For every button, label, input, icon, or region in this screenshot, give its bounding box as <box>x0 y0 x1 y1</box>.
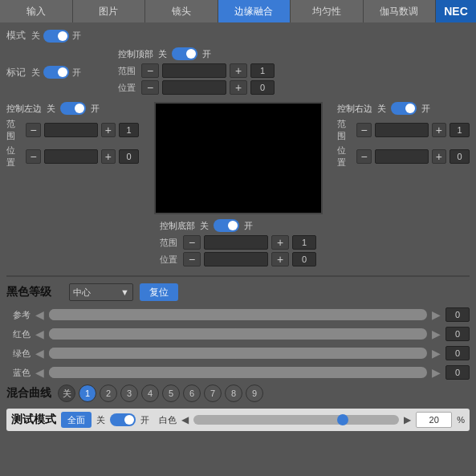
mark-off-label: 关 <box>31 67 40 79</box>
right-range-input[interactable] <box>375 123 429 137</box>
right-range-plus[interactable]: + <box>432 123 446 137</box>
left-pos-label: 位置 <box>6 144 22 169</box>
right-pos-input[interactable] <box>375 149 429 164</box>
slider-reference-right-arrow[interactable]: ▶ <box>432 308 441 321</box>
mode-off-label: 关 <box>31 30 40 42</box>
mode-toggle[interactable] <box>43 30 69 43</box>
right-pos-value: 0 <box>450 149 470 164</box>
left-pos-input[interactable] <box>44 149 98 164</box>
bottom-range-minus[interactable]: − <box>183 235 201 250</box>
bottom-pos-label: 位置 <box>160 254 180 266</box>
bottom-pos-minus[interactable]: − <box>183 252 201 266</box>
mix-btn-3[interactable]: 3 <box>120 384 138 402</box>
bottom-pos-plus[interactable]: + <box>271 252 289 266</box>
mix-btn-2[interactable]: 2 <box>100 384 117 402</box>
top-navigation: 输入 图片 镜头 边缘融合 均匀性 伽马数调 NEC <box>0 0 476 22</box>
slider-red-label: 红色 <box>6 328 31 340</box>
bottom-range-input[interactable] <box>204 235 268 250</box>
slider-red-track[interactable] <box>49 328 427 340</box>
mix-btn-6[interactable]: 6 <box>183 384 201 402</box>
dropdown-value: 中心 <box>73 287 91 299</box>
test-mode-slider[interactable] <box>193 415 399 425</box>
mix-btn-1[interactable]: 1 <box>79 384 96 402</box>
tab-gamma[interactable]: 伽马数调 <box>364 0 437 22</box>
bottom-range-label: 范围 <box>160 237 180 249</box>
slider-reference-track[interactable] <box>49 309 427 320</box>
test-full-button[interactable]: 全面 <box>61 412 92 428</box>
slider-green-track[interactable] <box>49 348 427 359</box>
control-left-toggle[interactable] <box>60 102 86 115</box>
mix-btn-4[interactable]: 4 <box>141 384 159 402</box>
mix-btn-5[interactable]: 5 <box>162 384 180 402</box>
test-color-label: 白色 <box>159 414 177 426</box>
slider-left-arrow-icon: ◀ <box>181 414 189 425</box>
left-range-label: 范围 <box>6 118 22 142</box>
mode-label: 模式 <box>6 29 26 43</box>
tab-edge-blend[interactable]: 边缘融合 <box>218 0 291 22</box>
bottom-pos-value: 0 <box>292 252 316 266</box>
slider-reference-value: 0 <box>445 307 470 322</box>
top-range-value: 1 <box>250 63 275 78</box>
test-mode-toggle[interactable] <box>110 413 136 426</box>
control-top-group: 控制顶部 关 开 范围 − + 1 位置 − + 0 <box>118 47 275 97</box>
top-range-minus[interactable]: − <box>141 63 159 78</box>
mix-curve-title: 混合曲线 <box>6 386 55 401</box>
top-range-input[interactable] <box>162 63 226 78</box>
middle-section: 控制左边 关 开 范围 − + 1 位置 − + 0 <box>6 102 470 269</box>
right-range-minus[interactable]: − <box>356 123 371 137</box>
mix-curve-row: 混合曲线 关 1 2 3 4 5 6 7 8 9 <box>6 384 470 402</box>
slider-red-left-arrow[interactable]: ◀ <box>35 328 44 340</box>
mark-label: 标记 <box>6 66 26 79</box>
bottom-range-plus[interactable]: + <box>271 235 289 250</box>
bottom-pos-input[interactable] <box>204 252 268 266</box>
mix-btn-7[interactable]: 7 <box>204 384 222 402</box>
black-level-header: 黑色等级 中心 ▼ 复位 <box>6 283 470 301</box>
mark-on-label: 开 <box>72 67 81 79</box>
tab-uniformity[interactable]: 均匀性 <box>291 0 364 22</box>
slider-blue: 蓝色 ◀ ▶ 0 <box>6 365 470 380</box>
slider-blue-right-arrow[interactable]: ▶ <box>432 366 441 379</box>
test-mode-title: 测试模式 <box>11 413 56 427</box>
slider-green-left-arrow[interactable]: ◀ <box>35 347 44 360</box>
reset-button[interactable]: 复位 <box>140 283 178 301</box>
control-left-title: 控制左边 <box>6 103 42 115</box>
control-right-on: 开 <box>421 103 430 115</box>
black-level-dropdown[interactable]: 中心 ▼ <box>69 283 133 301</box>
test-off-label: 关 <box>96 414 105 426</box>
top-range-plus[interactable]: + <box>230 63 247 78</box>
top-pos-minus[interactable]: − <box>141 80 159 95</box>
mix-btn-off[interactable]: 关 <box>58 384 75 402</box>
tab-lens[interactable]: 镜头 <box>145 0 218 22</box>
slider-red-right-arrow[interactable]: ▶ <box>432 328 441 340</box>
left-pos-minus[interactable]: − <box>26 149 40 164</box>
right-pos-plus[interactable]: + <box>432 149 446 164</box>
mark-toggle-group: 关 开 <box>31 66 81 79</box>
right-pos-minus[interactable]: − <box>356 149 371 164</box>
control-bottom-on: 开 <box>244 220 253 232</box>
tab-input[interactable]: 输入 <box>0 0 73 22</box>
control-left-off: 关 <box>47 103 55 115</box>
slider-reference-left-arrow[interactable]: ◀ <box>35 308 44 321</box>
control-bottom-title: 控制底部 <box>160 220 195 232</box>
control-top-toggle[interactable] <box>172 47 197 60</box>
left-pos-plus[interactable]: + <box>101 149 116 164</box>
control-bottom-toggle[interactable] <box>214 219 239 232</box>
slider-blue-left-arrow[interactable]: ◀ <box>35 366 44 379</box>
left-range-input[interactable] <box>44 123 98 137</box>
slider-blue-label: 蓝色 <box>6 367 31 379</box>
tab-picture[interactable]: 图片 <box>73 0 146 22</box>
left-range-minus[interactable]: − <box>26 123 40 137</box>
top-pos-input[interactable] <box>162 80 226 95</box>
control-right-toggle[interactable] <box>391 102 417 115</box>
mix-btn-8[interactable]: 8 <box>225 384 242 402</box>
left-pos-value: 0 <box>119 149 139 164</box>
mark-toggle[interactable] <box>43 66 69 79</box>
top-pos-label: 位置 <box>118 82 138 94</box>
mix-btn-9[interactable]: 9 <box>246 384 263 402</box>
top-pos-plus[interactable]: + <box>230 80 247 95</box>
left-range-plus[interactable]: + <box>101 123 116 137</box>
right-edge-section: 控制右边 关 开 范围 − + 1 位置 − + 0 <box>337 102 470 269</box>
slider-blue-track[interactable] <box>49 367 427 378</box>
test-slider-knob <box>337 414 348 425</box>
slider-green-right-arrow[interactable]: ▶ <box>432 347 441 360</box>
